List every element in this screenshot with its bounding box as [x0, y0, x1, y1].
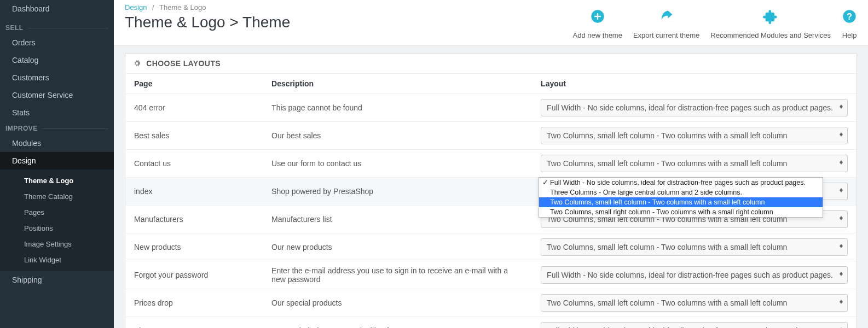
- breadcrumb: Design / Theme & Logo: [125, 3, 290, 11]
- table-row: SitemapLost ? Find what your are looking…: [125, 317, 857, 329]
- add-new-theme-button[interactable]: Add new theme: [573, 9, 622, 39]
- page-name: Manufacturers: [125, 206, 263, 233]
- sidebar-subitem-link-widget[interactable]: Link Widget: [0, 252, 114, 268]
- sidebar-item-catalog[interactable]: Catalog: [0, 51, 114, 69]
- sidebar: Dashboard SELLOrdersCatalogCustomersCust…: [0, 0, 114, 328]
- page-title: Theme & Logo > Theme: [125, 14, 290, 31]
- layout-option-right[interactable]: Two Columns, small right column - Two co…: [539, 207, 823, 217]
- table-row: Prices dropOur special productsTwo Colum…: [125, 289, 857, 317]
- plus-circle-icon: [573, 9, 622, 28]
- help-button[interactable]: ? Help: [842, 9, 857, 39]
- page-name: Best sales: [125, 122, 263, 150]
- breadcrumb-root[interactable]: Design: [125, 3, 147, 11]
- layout-select[interactable]: Full Width - No side columns, ideal for …: [541, 99, 848, 116]
- sidebar-section-label: SELL: [0, 24, 114, 34]
- sidebar-item-stats[interactable]: Stats: [0, 104, 114, 121]
- col-layout-header: Layout: [532, 74, 857, 94]
- sidebar-item-customers[interactable]: Customers: [0, 69, 114, 86]
- layout-select[interactable]: Two Columns, small left column - Two col…: [541, 155, 848, 172]
- col-description-header: Description: [263, 74, 532, 94]
- page-description: Our new products: [263, 233, 532, 261]
- breadcrumb-current: Theme & Logo: [159, 3, 206, 11]
- sidebar-item-customer-service[interactable]: Customer Service: [0, 86, 114, 104]
- panel-heading: CHOOSE LAYOUTS: [125, 54, 857, 74]
- breadcrumb-separator: /: [149, 3, 158, 11]
- sidebar-subitem-pages[interactable]: Pages: [0, 204, 114, 220]
- sidebar-item-modules[interactable]: Modules: [0, 134, 114, 152]
- page-name: Forgot your password: [125, 261, 263, 289]
- table-row: 404 errorThis page cannot be foundFull W…: [125, 94, 857, 122]
- page-name: Sitemap: [125, 317, 263, 329]
- layout-select[interactable]: Two Columns, small left column - Two col…: [541, 294, 848, 312]
- table-row: Forgot your passwordEnter the e-mail add…: [125, 261, 857, 289]
- export-theme-label: Export current theme: [633, 31, 699, 39]
- col-page-header: Page: [125, 74, 263, 94]
- export-current-theme-button[interactable]: Export current theme: [633, 9, 699, 39]
- page-description: Our special products: [263, 289, 532, 317]
- page-name: New products: [125, 233, 263, 261]
- layout-option-three[interactable]: Three Columns - One large central column…: [539, 188, 823, 197]
- sidebar-item-design[interactable]: Design: [0, 152, 114, 169]
- layout-select[interactable]: Full Width - No side columns, ideal for …: [541, 322, 848, 328]
- layout-select[interactable]: Two Columns, small left column - Two col…: [541, 127, 848, 144]
- table-header-row: Page Description Layout: [125, 74, 857, 94]
- page-description: Enter the e-mail address you use to sign…: [263, 261, 532, 289]
- puzzle-icon: [710, 9, 831, 28]
- sidebar-subnav: Theme & LogoTheme CatalogPagesPositionsI…: [0, 169, 114, 271]
- add-new-theme-label: Add new theme: [573, 31, 622, 39]
- help-icon: ?: [842, 9, 857, 28]
- sidebar-subitem-positions[interactable]: Positions: [0, 220, 114, 236]
- layout-option-full[interactable]: Full Width - No side columns, ideal for …: [539, 178, 823, 188]
- sidebar-subitem-image-settings[interactable]: Image Settings: [0, 236, 114, 252]
- recommended-modules-button[interactable]: Recommended Modules and Services: [710, 9, 831, 39]
- layout-select[interactable]: Full Width - No side columns, ideal for …: [541, 266, 848, 284]
- sidebar-subitem-theme-logo[interactable]: Theme & Logo: [0, 173, 114, 189]
- cogs-icon: [133, 59, 143, 68]
- table-row: New productsOur new productsTwo Columns,…: [125, 233, 857, 261]
- page-name: index: [125, 178, 263, 206]
- table-row: Best salesOur best salesTwo Columns, sma…: [125, 122, 857, 150]
- main-content: Design / Theme & Logo Theme & Logo > The…: [114, 0, 868, 328]
- sidebar-section-label: IMPROVE: [0, 125, 114, 134]
- sidebar-item-orders[interactable]: Orders: [0, 34, 114, 51]
- page-description: Shop powered by PrestaShop: [263, 178, 532, 206]
- page-description: This page cannot be found: [263, 94, 532, 122]
- page-description: Lost ? Find what your are looking for: [263, 317, 532, 329]
- help-label: Help: [842, 31, 857, 39]
- page-header: Design / Theme & Logo Theme & Logo > The…: [114, 0, 868, 45]
- recommended-modules-label: Recommended Modules and Services: [710, 31, 831, 39]
- page-description: Our best sales: [263, 122, 532, 150]
- layout-option-left[interactable]: Two Columns, small left column - Two col…: [539, 197, 823, 207]
- sidebar-sections: SELLOrdersCatalogCustomersCustomer Servi…: [0, 24, 114, 289]
- layout-dropdown-menu[interactable]: Full Width - No side columns, ideal for …: [539, 177, 823, 218]
- page-description: Use our form to contact us: [263, 150, 532, 178]
- page-name: Prices drop: [125, 289, 263, 317]
- svg-text:?: ?: [847, 11, 852, 21]
- svg-rect-2: [594, 16, 601, 17]
- sidebar-item-shipping[interactable]: Shipping: [0, 271, 114, 289]
- sidebar-subitem-theme-catalog[interactable]: Theme Catalog: [0, 189, 114, 204]
- page-description: Manufacturers list: [263, 206, 532, 233]
- toolbar: Add new theme Export current theme Recom…: [573, 9, 857, 39]
- table-row: Contact usUse our form to contact usTwo …: [125, 150, 857, 178]
- page-name: 404 error: [125, 94, 263, 122]
- page-name: Contact us: [125, 150, 263, 178]
- share-icon: [633, 9, 699, 28]
- layout-select[interactable]: Two Columns, small left column - Two col…: [541, 238, 848, 256]
- sidebar-item-dashboard[interactable]: Dashboard: [0, 0, 114, 21]
